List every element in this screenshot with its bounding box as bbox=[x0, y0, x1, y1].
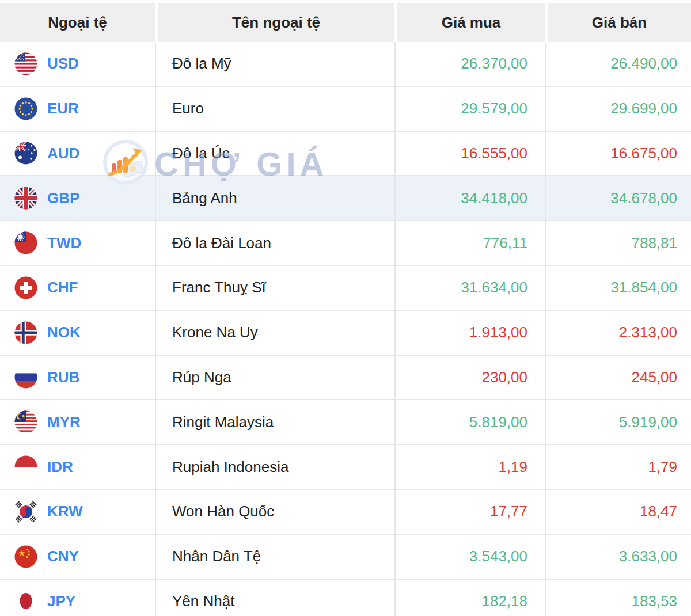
buy-price: 29.579,00 bbox=[394, 87, 545, 132]
flag-nok-icon bbox=[14, 321, 37, 344]
buy-price: 5.819,00 bbox=[394, 400, 545, 445]
currency-name: Rúp Nga bbox=[155, 356, 394, 401]
table-header: Ngoại tệ Tên ngoại tệ Giá mua Giá bán bbox=[0, 3, 691, 42]
buy-price: 230,00 bbox=[394, 356, 545, 401]
table-row[interactable]: TWD Đô la Đài Loan 776,11 788,81 bbox=[0, 221, 691, 266]
table-row[interactable]: KRW Won Hàn Quốc 17,77 18,47 bbox=[0, 490, 691, 535]
currency-cell: TWD bbox=[0, 221, 155, 266]
currency-code-link[interactable]: MYR bbox=[47, 413, 81, 431]
flag-jpy-icon bbox=[14, 590, 37, 613]
table-row[interactable]: GBP Bảng Anh 34.418,00 34.678,00 bbox=[0, 176, 691, 221]
flag-usd-icon bbox=[14, 52, 37, 75]
buy-price: 182,18 bbox=[394, 580, 545, 616]
buy-price: 3.543,00 bbox=[394, 535, 545, 580]
table-row[interactable]: EUR Euro 29.579,00 29.699,00 bbox=[0, 87, 691, 132]
currency-code-link[interactable]: KRW bbox=[47, 503, 83, 520]
currency-code-link[interactable]: IDR bbox=[47, 458, 73, 476]
table-row[interactable]: JPY Yên Nhật 182,18 183,53 bbox=[0, 580, 691, 616]
currency-name: Yên Nhật bbox=[155, 580, 394, 616]
currency-cell: USD bbox=[0, 42, 155, 87]
buy-price: 776,11 bbox=[394, 221, 545, 266]
currency-name: Đô la Đài Loan bbox=[155, 221, 394, 266]
currency-code-link[interactable]: RUB bbox=[47, 368, 79, 386]
currency-code-link[interactable]: TWD bbox=[47, 234, 81, 252]
header-currency: Ngoại tệ bbox=[0, 3, 155, 42]
sell-price: 2.313,00 bbox=[545, 311, 691, 356]
sell-price: 245,00 bbox=[545, 356, 691, 401]
sell-price: 29.699,00 bbox=[545, 87, 691, 132]
buy-price: 16.555,00 bbox=[394, 132, 545, 177]
buy-price: 34.418,00 bbox=[394, 176, 545, 221]
sell-price: 1,79 bbox=[545, 445, 691, 490]
flag-gbp-icon bbox=[14, 187, 37, 210]
flag-cny-icon bbox=[14, 545, 37, 568]
currency-cell: AUD bbox=[0, 132, 155, 177]
currency-name: Krone Na Uy bbox=[155, 311, 394, 356]
currency-cell: MYR bbox=[0, 400, 155, 445]
sell-price: 16.675,00 bbox=[545, 132, 691, 177]
flag-rub-icon bbox=[14, 366, 37, 389]
sell-price: 26.490,00 bbox=[545, 42, 691, 87]
flag-eur-icon bbox=[14, 97, 37, 120]
table-row[interactable]: USD Đô la Mỹ 26.370,00 26.490,00 bbox=[0, 42, 691, 87]
currency-code-link[interactable]: CHF bbox=[47, 279, 78, 296]
sell-price: 183,53 bbox=[545, 580, 691, 616]
currency-code-link[interactable]: EUR bbox=[47, 100, 79, 117]
sell-price: 34.678,00 bbox=[545, 176, 691, 221]
currency-code-link[interactable]: NOK bbox=[47, 324, 81, 341]
currency-name: Rupiah Indonesia bbox=[155, 445, 394, 490]
table-row[interactable]: RUB Rúp Nga 230,00 245,00 bbox=[0, 356, 691, 401]
currency-name: Đô la Úc bbox=[155, 132, 394, 177]
currency-cell: CNY bbox=[0, 535, 155, 580]
table-body: USD Đô la Mỹ 26.370,00 26.490,00 EUR Eur… bbox=[0, 42, 691, 616]
currency-name: Won Hàn Quốc bbox=[155, 490, 394, 535]
table-row[interactable]: MYR Ringit Malaysia 5.819,00 5.919,00 bbox=[0, 400, 691, 445]
buy-price: 26.370,00 bbox=[394, 42, 545, 87]
table-row[interactable]: IDR Rupiah Indonesia 1,19 1,79 bbox=[0, 445, 691, 490]
buy-price: 31.634,00 bbox=[394, 266, 545, 311]
flag-twd-icon bbox=[14, 231, 37, 254]
exchange-rate-table: Ngoại tệ Tên ngoại tệ Giá mua Giá bán bbox=[0, 0, 691, 616]
currency-name: Franc Thuỵ Sĩ bbox=[155, 266, 394, 311]
sell-price: 3.633,00 bbox=[545, 535, 691, 580]
currency-cell: JPY bbox=[0, 580, 155, 616]
currency-cell: KRW bbox=[0, 490, 155, 535]
sell-price: 31.854,00 bbox=[545, 266, 691, 311]
header-currency-name: Tên ngoại tệ bbox=[155, 3, 394, 42]
currency-name: Euro bbox=[155, 87, 394, 132]
table-row[interactable]: AUD Đô la Úc 16.555,00 16.675,00 bbox=[0, 132, 691, 177]
currency-code-link[interactable]: USD bbox=[47, 55, 79, 73]
currency-cell: NOK bbox=[0, 311, 155, 356]
header-buy-price: Giá mua bbox=[394, 3, 545, 42]
sell-price: 18,47 bbox=[545, 490, 691, 535]
currency-name: Đô la Mỹ bbox=[155, 42, 394, 87]
currency-name: Ringit Malaysia bbox=[155, 400, 394, 445]
currency-name: Nhân Dân Tệ bbox=[155, 535, 394, 580]
flag-aud-icon bbox=[14, 142, 37, 165]
buy-price: 17,77 bbox=[394, 490, 545, 535]
currency-cell: GBP bbox=[0, 176, 155, 221]
table-row[interactable]: CHF Franc Thuỵ Sĩ 31.634,00 31.854,00 bbox=[0, 266, 691, 311]
flag-chf-icon bbox=[14, 276, 37, 299]
flag-krw-icon bbox=[14, 500, 37, 523]
currency-code-link[interactable]: JPY bbox=[47, 592, 75, 610]
currency-cell: EUR bbox=[0, 87, 155, 132]
flag-myr-icon bbox=[14, 410, 37, 434]
currency-cell: RUB bbox=[0, 356, 155, 401]
currency-cell: IDR bbox=[0, 445, 155, 490]
sell-price: 5.919,00 bbox=[545, 400, 691, 445]
currency-name: Bảng Anh bbox=[155, 176, 394, 221]
sell-price: 788,81 bbox=[545, 221, 691, 266]
buy-price: 1.913,00 bbox=[394, 311, 545, 356]
flag-idr-icon bbox=[14, 455, 37, 478]
currency-code-link[interactable]: AUD bbox=[47, 145, 79, 162]
buy-price: 1,19 bbox=[394, 445, 545, 490]
currency-code-link[interactable]: CNY bbox=[47, 547, 79, 565]
header-sell-price: Giá bán bbox=[545, 3, 691, 42]
currency-cell: CHF bbox=[0, 266, 155, 311]
table-row[interactable]: NOK Krone Na Uy 1.913,00 2.313,00 bbox=[0, 311, 691, 356]
currency-code-link[interactable]: GBP bbox=[47, 189, 79, 207]
table-row[interactable]: CNY Nhân Dân Tệ 3.543,00 3.633,00 bbox=[0, 535, 691, 580]
